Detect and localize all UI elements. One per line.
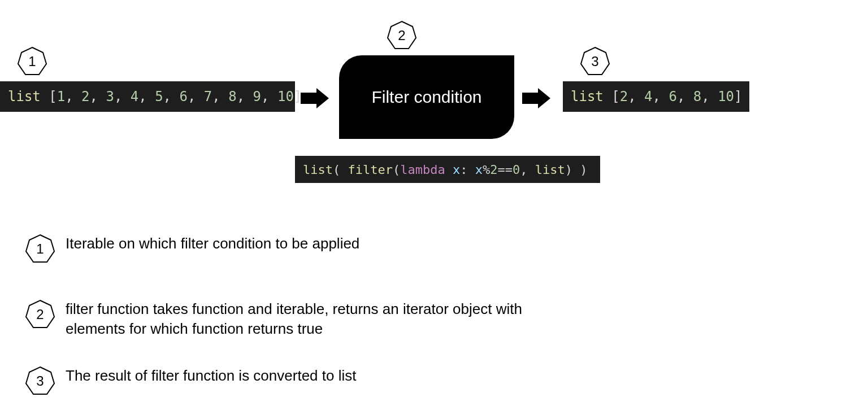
diagram-stage: 1 2 3 list [1, 2, 3, 4, 5, 6, 7, 8, 9, 1… — [0, 0, 868, 419]
code-token: ( — [393, 163, 400, 177]
code-token: , — [163, 89, 180, 104]
code-token: , — [701, 89, 718, 104]
code-token: list — [571, 89, 611, 104]
code-token: , — [65, 89, 81, 104]
code-token: [ — [611, 89, 619, 104]
code-token: , — [188, 89, 204, 104]
code-token: , — [520, 163, 535, 177]
badge-1-label: 1 — [28, 54, 36, 69]
code-token: 7 — [204, 89, 212, 104]
badge-2-label: 2 — [398, 28, 405, 43]
code-token: , — [628, 89, 644, 104]
legend-item-2: 2 filter function takes function and ite… — [25, 299, 563, 339]
output-list-code: list [2, 4, 6, 8, 10] — [563, 81, 749, 112]
arrow-input-to-filter — [301, 88, 329, 108]
badge-1: 1 — [17, 46, 47, 77]
code-token: 0 — [513, 163, 520, 177]
badge-3: 3 — [580, 46, 610, 77]
code-token: x — [453, 163, 460, 177]
code-token: 9 — [253, 89, 261, 104]
legend-badge-1-label: 1 — [36, 241, 44, 257]
legend-badge-2: 2 — [25, 299, 55, 330]
code-token: [ — [49, 89, 57, 104]
code-token: list — [303, 163, 333, 177]
code-token: % — [483, 163, 490, 177]
code-token: list — [8, 89, 49, 104]
code-token: , — [677, 89, 693, 104]
legend-badge-3-label: 3 — [36, 373, 44, 389]
code-token: lambda — [400, 163, 445, 177]
code-token: , — [138, 89, 155, 104]
legend-text-2: filter function takes function and itera… — [66, 299, 563, 339]
filter-condition-label: Filter condition — [371, 88, 481, 107]
code-token: , — [212, 89, 228, 104]
filter-expression-code: list( filter(lambda x: x%2==0, list) ) — [295, 156, 600, 183]
code-token: , — [237, 89, 253, 104]
code-token: 2 — [490, 163, 497, 177]
code-token: , — [114, 89, 131, 104]
code-token: , — [90, 89, 106, 104]
legend-item-1: 1 Iterable on which filter condition to … — [25, 234, 359, 264]
code-token: 2 — [620, 89, 628, 104]
legend-text-3: The result of filter function is convert… — [66, 366, 356, 386]
code-token: list — [535, 163, 565, 177]
code-token: 1 — [57, 89, 65, 104]
arrow-shaft — [522, 93, 538, 104]
arrow-filter-to-output — [522, 88, 550, 108]
legend-badge-3: 3 — [25, 366, 55, 396]
code-token: 4 — [644, 89, 652, 104]
code-token: 6 — [180, 89, 188, 104]
legend-badge-2-label: 2 — [36, 307, 44, 322]
arrow-head-icon — [316, 88, 329, 108]
code-token: 6 — [669, 89, 676, 104]
code-token — [445, 163, 453, 177]
code-token: , — [653, 89, 669, 104]
legend-badge-1: 1 — [25, 234, 55, 264]
legend-item-3: 3 The result of filter function is conve… — [25, 366, 356, 396]
code-token: : — [460, 163, 475, 177]
arrow-shaft — [301, 93, 316, 104]
code-token: ] — [734, 89, 742, 104]
badge-3-label: 3 — [591, 54, 598, 69]
code-token: x — [475, 163, 483, 177]
code-token: 10 — [718, 89, 734, 104]
input-list-code: list [1, 2, 3, 4, 5, 6, 7, 8, 9, 10] — [0, 81, 295, 112]
code-token: ) ) — [565, 163, 588, 177]
code-token: filter — [348, 163, 392, 177]
badge-2: 2 — [387, 20, 417, 51]
code-token: 2 — [81, 89, 89, 104]
code-token: 8 — [693, 89, 701, 104]
code-token: 3 — [106, 89, 114, 104]
filter-condition-box: Filter condition — [339, 55, 514, 139]
code-token: 10 — [277, 89, 294, 104]
legend-text-1: Iterable on which filter condition to be… — [66, 234, 359, 254]
code-token: == — [497, 163, 513, 177]
code-token: , — [261, 89, 277, 104]
code-token: 5 — [155, 89, 163, 104]
code-token: 4 — [131, 89, 138, 104]
code-token: ( — [333, 163, 348, 177]
arrow-head-icon — [538, 88, 550, 108]
code-token: 8 — [228, 89, 236, 104]
